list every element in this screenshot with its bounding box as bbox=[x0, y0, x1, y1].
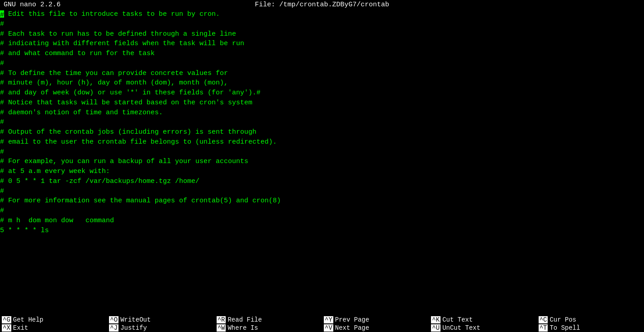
shortcut-bar: ^GGet Help^OWriteOut^RRead File^YPrev Pa… bbox=[0, 316, 644, 332]
shortcut-key: ^C bbox=[539, 316, 548, 323]
editor-line: # bbox=[0, 206, 644, 216]
shortcut-row: ^XExit^JJustify^WWhere Is^VNext Page^UUn… bbox=[0, 324, 644, 332]
shortcut-label: Prev Page bbox=[335, 316, 369, 323]
shortcut-item[interactable]: ^UUnCut Text bbox=[429, 324, 536, 332]
shortcut-item[interactable]: ^JJustify bbox=[107, 324, 214, 332]
shortcut-label: Get Help bbox=[13, 316, 43, 323]
cursor: # bbox=[0, 10, 4, 18]
editor-line: # For more information see the manual pa… bbox=[0, 196, 644, 206]
shortcut-label: Read File bbox=[227, 316, 262, 323]
shortcut-item[interactable]: ^YPrev Page bbox=[322, 316, 429, 324]
editor-line: # m h dom mon dow command bbox=[0, 216, 644, 226]
shortcut-label: Cur Pos bbox=[549, 316, 576, 323]
shortcut-item[interactable]: ^OWriteOut bbox=[107, 316, 214, 324]
shortcut-key: ^U bbox=[431, 324, 440, 332]
shortcut-label: Cut Text bbox=[442, 316, 473, 323]
editor-line: # For example, you can run a backup of a… bbox=[0, 157, 644, 167]
editor-line: # bbox=[0, 117, 644, 127]
shortcut-item[interactable]: ^VNext Page bbox=[322, 324, 429, 332]
shortcut-row: ^GGet Help^OWriteOut^RRead File^YPrev Pa… bbox=[0, 316, 644, 324]
shortcut-key: ^W bbox=[217, 324, 226, 332]
editor-line: # To define the time you can provide con… bbox=[0, 69, 644, 79]
shortcut-item[interactable]: ^GGet Help bbox=[0, 316, 107, 324]
shortcut-key: ^T bbox=[539, 324, 548, 332]
shortcut-label: Justify bbox=[120, 324, 147, 332]
editor-line: # minute (m), hour (h), day of month (do… bbox=[0, 78, 644, 88]
editor-line: # at 5 a.m every week with: bbox=[0, 167, 644, 177]
editor-line: # and day of week (dow) or use '*' in th… bbox=[0, 88, 644, 98]
shortcut-item[interactable]: ^TTo Spell bbox=[537, 324, 644, 332]
shortcut-label: Exit bbox=[13, 324, 28, 332]
editor-line: # indicating with different fields when … bbox=[0, 39, 644, 49]
file-path: File: /tmp/crontab.ZDByG7/crontab bbox=[255, 1, 389, 9]
shortcut-key: ^J bbox=[109, 324, 118, 332]
shortcut-item[interactable]: ^CCur Pos bbox=[537, 316, 644, 324]
editor-line: # bbox=[0, 147, 644, 157]
editor-line: # daemon's notion of time and timezones. bbox=[0, 108, 644, 118]
editor-line: # Edit this file to introduce tasks to b… bbox=[0, 9, 644, 19]
shortcut-item[interactable]: ^KCut Text bbox=[429, 316, 536, 324]
shortcut-label: To Spell bbox=[549, 324, 580, 332]
editor-line: # and what command to run for the task bbox=[0, 49, 644, 59]
shortcut-key: ^G bbox=[2, 316, 11, 323]
editor-line: # 0 5 * * 1 tar -zcf /var/backups/home.t… bbox=[0, 177, 644, 187]
editor-line: # Notice that tasks will be started base… bbox=[0, 98, 644, 108]
terminal: GNU nano 2.2.6File: /tmp/crontab.ZDByG7/… bbox=[0, 0, 644, 332]
shortcut-item[interactable]: ^WWhere Is bbox=[215, 324, 322, 332]
editor-line: 5 * * * * ls bbox=[0, 226, 644, 236]
editor-area[interactable]: # Edit this file to introduce tasks to b… bbox=[0, 9, 644, 316]
shortcut-item[interactable]: ^XExit bbox=[0, 324, 107, 332]
shortcut-item[interactable]: ^RRead File bbox=[215, 316, 322, 324]
editor-line: # bbox=[0, 187, 644, 196]
shortcut-key: ^R bbox=[217, 316, 226, 323]
shortcut-label: Where Is bbox=[227, 324, 258, 332]
editor-line: # Each task to run has to be defined thr… bbox=[0, 29, 644, 39]
app-name: GNU nano 2.2.6 bbox=[4, 1, 61, 9]
editor-line: # Output of the crontab jobs (including … bbox=[0, 127, 644, 137]
shortcut-key: ^K bbox=[431, 316, 440, 323]
shortcut-label: Next Page bbox=[335, 324, 369, 332]
title-bar: GNU nano 2.2.6File: /tmp/crontab.ZDByG7/… bbox=[0, 0, 644, 9]
shortcut-key: ^V bbox=[324, 324, 333, 332]
editor-line: # bbox=[0, 59, 644, 69]
shortcut-key: ^O bbox=[109, 316, 118, 323]
shortcut-key: ^X bbox=[2, 324, 11, 332]
shortcut-key: ^Y bbox=[324, 316, 333, 323]
editor-line: # bbox=[0, 19, 644, 29]
editor-line: # email to the user the crontab file bel… bbox=[0, 137, 644, 147]
shortcut-label: WriteOut bbox=[120, 316, 151, 323]
shortcut-label: UnCut Text bbox=[442, 324, 480, 332]
